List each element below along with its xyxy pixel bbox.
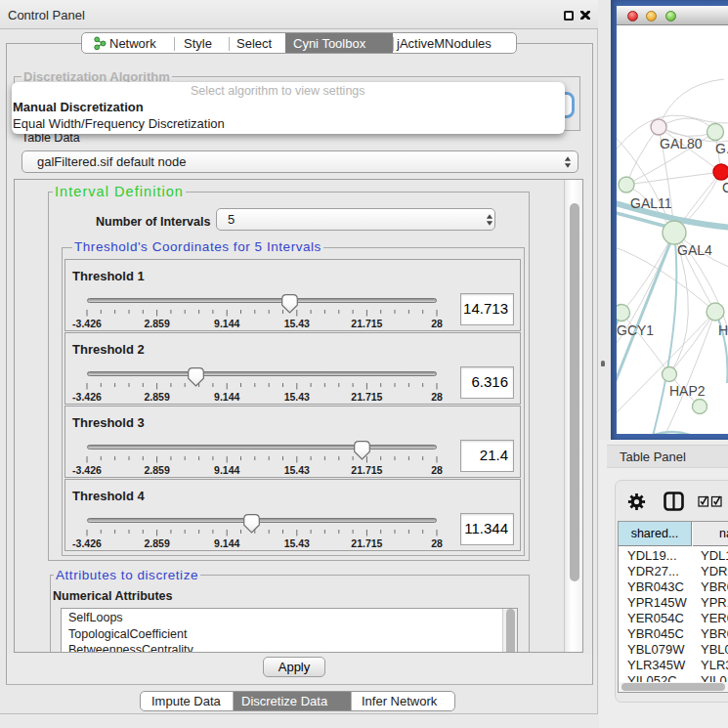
svg-text:GAL80: GAL80 — [660, 136, 703, 151]
svg-text:C: C — [722, 180, 728, 195]
svg-text:GAL11: GAL11 — [630, 195, 672, 211]
svg-text:GCY1: GCY1 — [617, 322, 654, 338]
svg-text:GAL4: GAL4 — [677, 242, 712, 258]
svg-text:HAP2: HAP2 — [669, 383, 706, 399]
svg-text:G.: G. — [715, 141, 728, 156]
svg-text:H: H — [718, 322, 728, 338]
